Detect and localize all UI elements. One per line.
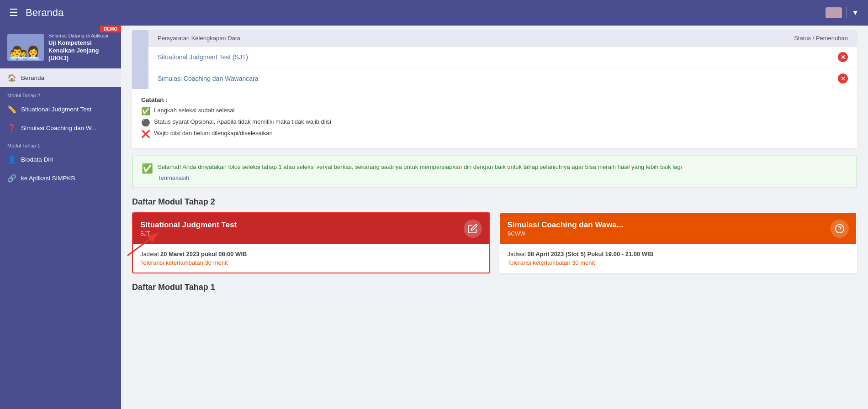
table-header: Persyaratan Kelengkapan Data Status / Pe… bbox=[148, 30, 857, 47]
module-card-scww-title: Simulasi Coaching dan Wawa... bbox=[508, 220, 623, 230]
edit-icon: ✏️ bbox=[7, 105, 16, 114]
success-banner-text: Selamat! Anda dinyatakan lolos seleksi t… bbox=[158, 163, 682, 172]
table-col2-header: Status / Pemenuhan bbox=[766, 35, 848, 42]
sidebar-item-sjt[interactable]: ✏️ Situational Judgment Test bbox=[0, 100, 121, 119]
top-navbar: ☰ Beranda ▼ bbox=[0, 0, 868, 26]
module-card-sjt-title-area: Situational Judgment Test SJT bbox=[140, 220, 237, 237]
notes-title: Catatan : bbox=[141, 96, 848, 103]
sidebar-app-name: Uji Kompetensi Kenaikan Jenjang (UKKJ) bbox=[48, 39, 114, 63]
link-icon: 🔗 bbox=[7, 174, 16, 183]
sidebar: DEMO 👨‍💼👩‍💼 Selamat Datang di Aplikasi U… bbox=[0, 26, 121, 409]
sidebar-item-scww[interactable]: ❓ Simulasi Coaching dan W... bbox=[0, 119, 121, 137]
sidebar-section-tahap1: Modul Tahap 1 bbox=[0, 137, 121, 150]
module-card-sjt-icon bbox=[464, 220, 482, 238]
modules-tahap2-wrapper: Situational Judgment Test SJT bbox=[132, 212, 857, 273]
module-card-sjt-header: Situational Judgment Test SJT bbox=[133, 213, 489, 244]
note-item-1: ✅ Langkah seleksi sudah selesai bbox=[141, 107, 848, 115]
person-icon: 👤 bbox=[7, 155, 16, 164]
module-card-sjt-subtitle: SJT bbox=[140, 231, 237, 237]
hamburger-menu[interactable]: ☰ bbox=[9, 7, 18, 19]
red-x-circle-icon: ❌ bbox=[141, 130, 150, 138]
schedule-label-scww: Jadwal bbox=[508, 251, 526, 257]
status-x-icon: ✕ bbox=[838, 52, 848, 62]
sidebar-biodata-label: Biodata Diri bbox=[21, 156, 53, 163]
table-row: Situational Judgment Test (SJT) ✕ bbox=[148, 47, 857, 68]
sidebar-scww-label: Simulasi Coaching dan W... bbox=[21, 125, 96, 131]
module-card-sjt-tolerance: Toleransi keterlambatan 30 menit bbox=[140, 259, 482, 266]
sidebar-item-biodata[interactable]: 👤 Biodata Diri bbox=[0, 150, 121, 169]
nav-divider bbox=[847, 7, 847, 18]
sidebar-section-tahap2: Modul Tahap 2 bbox=[0, 87, 121, 100]
note-item-2: ⚫ Status syarat Opsional, Apabila tidak … bbox=[141, 118, 848, 127]
success-check-icon: ✅ bbox=[142, 163, 153, 174]
modules-row-tahap2: Situational Judgment Test SJT bbox=[132, 212, 857, 273]
success-banner-content: Selamat! Anda dinyatakan lolos seleksi t… bbox=[158, 163, 682, 181]
sidebar-item-beranda[interactable]: 🏠 Beranda bbox=[0, 68, 121, 87]
schedule-label-sjt: Jadwal bbox=[140, 251, 159, 257]
schedule-date-sjt: 20 Maret 2023 pukul 08:00 WIB bbox=[160, 251, 247, 257]
table-row2-label: Simulasi Coaching dan Wawancara bbox=[158, 75, 766, 82]
table-row: Simulasi Coaching dan Wawancara ✕ bbox=[148, 68, 857, 89]
daftar-tahap2-title: Daftar Modul Tahap 2 bbox=[132, 197, 857, 207]
module-card-scww-tolerance: Toleransi keterlambatan 30 menit bbox=[508, 259, 849, 266]
nav-chevron-icon[interactable]: ▼ bbox=[852, 9, 859, 17]
sidebar-item-simpkb[interactable]: 🔗 ke Aplikasi SIMPKB bbox=[0, 169, 121, 188]
table-row1-label: Situational Judgment Test (SJT) bbox=[158, 53, 766, 61]
module-card-scww[interactable]: Simulasi Coaching dan Wawa... SCWW bbox=[499, 212, 857, 273]
module-card-sjt-schedule: Jadwal 20 Maret 2023 pukul 08:00 WIB bbox=[140, 251, 482, 257]
sidebar-sjt-label: Situational Judgment Test bbox=[21, 106, 91, 113]
module-card-sjt-body: Jadwal 20 Maret 2023 pukul 08:00 WIB Tol… bbox=[133, 244, 489, 273]
note-text-2: Status syarat Opsional, Apabila tidak me… bbox=[154, 118, 331, 125]
sidebar-welcome-text-area: Selamat Datang di Aplikasi Uji Kompetens… bbox=[48, 33, 114, 63]
sidebar-avatar-image: 👨‍💼👩‍💼 bbox=[7, 34, 44, 61]
user-avatar[interactable] bbox=[826, 7, 842, 18]
note-text-3: Wajib diisi dan belum dilengkapi/diseles… bbox=[154, 130, 273, 136]
daftar-tahap1-title: Daftar Modul Tahap 1 bbox=[132, 283, 857, 292]
note-text-1: Langkah seleksi sudah selesai bbox=[154, 107, 234, 114]
module-card-scww-body: Jadwal 08 April 2023 (Slot 5) Pukul 19.0… bbox=[500, 244, 857, 273]
sidebar-beranda-label: Beranda bbox=[21, 74, 44, 81]
table-row1-status: ✕ bbox=[766, 52, 848, 62]
table-row2-status: ✕ bbox=[766, 73, 848, 84]
module-card-sjt-title: Situational Judgment Test bbox=[140, 220, 237, 230]
question-icon: ❓ bbox=[7, 124, 16, 132]
module-card-scww-subtitle: SCWW bbox=[508, 231, 623, 237]
module-card-scww-icon bbox=[831, 220, 849, 238]
schedule-date-scww: 08 April 2023 (Slot 5) Pukul 19.00 - 21.… bbox=[528, 251, 654, 257]
nav-title: Beranda bbox=[26, 7, 826, 19]
module-card-scww-title-area: Simulasi Coaching dan Wawa... SCWW bbox=[508, 220, 623, 237]
page-content: Persyaratan Kelengkapan Data Status / Pe… bbox=[121, 26, 868, 292]
table-col1-header: Persyaratan Kelengkapan Data bbox=[158, 35, 766, 42]
module-card-sjt[interactable]: Situational Judgment Test SJT bbox=[132, 212, 490, 273]
gray-circle-icon: ⚫ bbox=[141, 118, 150, 127]
sidebar-simpkb-label: ke Aplikasi SIMPKB bbox=[21, 175, 75, 182]
note-item-3: ❌ Wajib diisi dan belum dilengkapi/disel… bbox=[141, 130, 848, 138]
sidebar-welcome-greeting: Selamat Datang di Aplikasi bbox=[48, 33, 114, 38]
success-banner: ✅ Selamat! Anda dinyatakan lolos seleksi… bbox=[132, 156, 857, 188]
main-layout: DEMO 👨‍💼👩‍💼 Selamat Datang di Aplikasi U… bbox=[0, 26, 868, 409]
module-card-scww-header: Simulasi Coaching dan Wawa... SCWW bbox=[500, 213, 857, 244]
topnav-right-area: ▼ bbox=[826, 7, 859, 18]
notes-section: Catatan : ✅ Langkah seleksi sudah selesa… bbox=[132, 89, 857, 148]
module-card-scww-schedule: Jadwal 08 April 2023 (Slot 5) Pukul 19.0… bbox=[508, 251, 849, 257]
demo-badge: DEMO bbox=[100, 26, 121, 32]
sidebar-header: DEMO 👨‍💼👩‍💼 Selamat Datang di Aplikasi U… bbox=[0, 26, 121, 68]
home-icon: 🏠 bbox=[7, 73, 16, 82]
sidebar-avatar-area: 👨‍💼👩‍💼 Selamat Datang di Aplikasi Uji Ko… bbox=[7, 33, 114, 63]
check-circle-icon: ✅ bbox=[141, 107, 150, 115]
main-content: Persyaratan Kelengkapan Data Status / Pe… bbox=[121, 26, 868, 409]
terimakasih-link[interactable]: Terimakasih bbox=[158, 174, 682, 181]
status-x-icon-2: ✕ bbox=[838, 73, 848, 84]
